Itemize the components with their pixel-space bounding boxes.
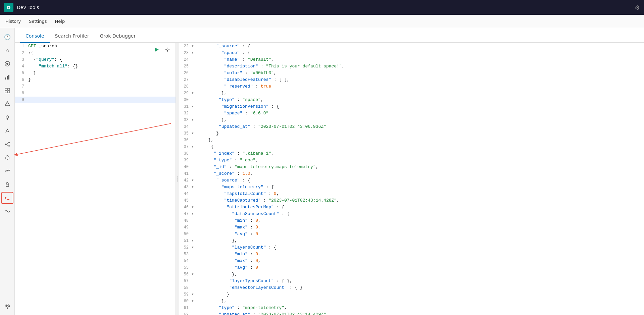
left-pane: 1 GET _search 2 ▾{ 3 ▾"query": { xyxy=(15,43,176,315)
content-area: Console Search Profiler Grok Debugger xyxy=(15,28,644,315)
result-line-44: 44 "mapsTotalCount" : 0, xyxy=(179,191,644,197)
result-line-59: 59 ▾ } xyxy=(179,291,644,298)
sidebar-icon-dashboard[interactable] xyxy=(1,85,13,97)
result-line-39: 39 "_type" : "_doc", xyxy=(179,157,644,164)
editor-line-8: 8 xyxy=(15,90,176,97)
editor-line-3: 3 ▾"query": { xyxy=(15,56,176,63)
result-line-49: 49 "max" : 0, xyxy=(179,224,644,231)
result-line-51: 51 ▾ }, xyxy=(179,238,644,244)
result-line-47: 47 ▾ "dataSourcesCount" : { xyxy=(179,211,644,217)
sidebar-icon-monitoring[interactable] xyxy=(1,205,13,217)
svg-marker-9 xyxy=(5,102,10,106)
svg-point-15 xyxy=(8,145,10,147)
nav-settings[interactable]: Settings xyxy=(29,17,47,25)
nav-history[interactable]: History xyxy=(5,17,21,25)
result-line-60: 60 ▾ }, xyxy=(179,298,644,305)
svg-point-24 xyxy=(167,49,168,51)
result-line-58: 58 "emsVectorLayersCount" : { } xyxy=(179,284,644,291)
svg-line-17 xyxy=(6,144,8,146)
navbar: History Settings Help xyxy=(0,15,644,28)
svg-rect-3 xyxy=(7,76,8,80)
svg-point-22 xyxy=(5,304,9,309)
sidebar-icon-home[interactable]: ⌂ xyxy=(1,44,13,56)
svg-marker-23 xyxy=(155,48,159,52)
run-button[interactable] xyxy=(153,46,161,54)
sidebar-icon-apm[interactable] xyxy=(1,165,13,177)
sidebar-icon-recent[interactable]: 🕐 xyxy=(1,31,13,43)
left-pane-toolbar xyxy=(153,46,171,54)
sidebar-icon-security[interactable] xyxy=(1,178,13,191)
sidebar: 🕐 ⌂ xyxy=(0,28,15,315)
nav-help[interactable]: Help xyxy=(55,17,65,25)
sidebar-icon-graph[interactable] xyxy=(1,138,13,150)
settings-icon[interactable]: ⚙ xyxy=(635,4,640,11)
sidebar-icon-discover[interactable] xyxy=(1,58,13,70)
sidebar-icon-visualize[interactable] xyxy=(1,71,13,83)
pane-divider[interactable] xyxy=(176,43,179,315)
result-line-61: 61 "type" : "maps-telemetry", xyxy=(179,305,644,311)
app-title: Dev Tools xyxy=(17,5,39,10)
svg-point-1 xyxy=(6,63,8,65)
svg-rect-5 xyxy=(5,88,7,90)
editor-line-2: 2 ▾{ xyxy=(15,50,176,56)
result-line-37: 37 ▾ { xyxy=(179,144,644,150)
editor-layout: 1 GET _search 2 ▾{ 3 ▾"query": { xyxy=(15,43,644,315)
svg-point-13 xyxy=(5,144,6,145)
tab-console[interactable]: Console xyxy=(20,30,50,43)
kibana-logo: D xyxy=(4,3,13,12)
result-line-36: 36 }, xyxy=(179,137,644,144)
result-line-57: 57 "layerTypesCount" : { }, xyxy=(179,278,644,284)
result-line-42: 42 ▾ "_source" : { xyxy=(179,177,644,184)
result-line-33: 33 ▾ }, xyxy=(179,117,644,123)
editor-line-1: 1 GET _search xyxy=(15,43,176,50)
result-line-43: 43 ▾ "maps-telemetry" : { xyxy=(179,184,644,191)
result-line-48: 48 "min" : 0, xyxy=(179,217,644,224)
sidebar-icon-alerting[interactable] xyxy=(1,152,13,164)
result-line-52: 52 ▾ "layersCount" : { xyxy=(179,244,644,251)
result-line-29: 29 ▾ }, xyxy=(179,90,644,97)
result-line-35: 35 ▾ } xyxy=(179,130,644,137)
sidebar-icon-devtools[interactable] xyxy=(1,192,13,204)
result-line-34: 34 "updated_at" : "2023-07-01T02:43:06.9… xyxy=(179,123,644,130)
result-line-24: 24 "name" : "Default", xyxy=(179,56,644,63)
sidebar-icon-canvas[interactable] xyxy=(1,98,13,110)
tab-grok-debugger[interactable]: Grok Debugger xyxy=(94,30,141,43)
svg-rect-2 xyxy=(5,77,6,80)
svg-rect-19 xyxy=(6,184,9,187)
result-line-55: 55 "avg" : 0 xyxy=(179,264,644,271)
result-line-62: 62 "updated_at" : "2023-07-01T02:43:14.4… xyxy=(179,311,644,315)
code-editor[interactable]: 1 GET _search 2 ▾{ 3 ▾"query": { xyxy=(15,43,176,315)
result-pane[interactable]: 22 ▾ "_source" : { 23 ▾ "space" : { 24 "… xyxy=(179,43,644,315)
editor-line-7: 7 xyxy=(15,83,176,90)
result-line-27: 27 "disabledFeatures" : [ ], xyxy=(179,76,644,83)
svg-rect-4 xyxy=(8,75,9,80)
svg-point-10 xyxy=(6,116,9,118)
result-line-50: 50 "avg" : 0 xyxy=(179,231,644,238)
tabs: Console Search Profiler Grok Debugger xyxy=(15,28,644,43)
result-line-38: 38 "_index" : ".kibana_1", xyxy=(179,150,644,157)
sidebar-icon-ml[interactable] xyxy=(1,125,13,137)
svg-rect-8 xyxy=(8,91,10,93)
editor-line-9: 9 xyxy=(15,97,176,103)
sidebar-icon-maps[interactable] xyxy=(1,111,13,123)
result-line-54: 54 "max" : 0, xyxy=(179,258,644,264)
result-line-32: 32 "space" : "6.6.0" xyxy=(179,110,644,117)
topbar: D Dev Tools ⚙ xyxy=(0,0,644,15)
wrench-icon[interactable] xyxy=(163,46,171,54)
result-line-41: 41 "_score" : 1.0, xyxy=(179,170,644,177)
result-line-46: 46 ▾ "attributesPerMap" : { xyxy=(179,204,644,211)
editor-line-5: 5 } xyxy=(15,70,176,76)
sidebar-icon-management[interactable] xyxy=(1,300,13,312)
result-line-45: 45 "timeCaptured" : "2023-07-01T02:43:14… xyxy=(179,197,644,204)
result-line-30: 30 "type" : "space", xyxy=(179,97,644,103)
result-line-25: 25 "description" : "This is your default… xyxy=(179,63,644,70)
result-line-40: 40 "_id" : "maps-telemetry:maps-telemetr… xyxy=(179,164,644,170)
svg-point-14 xyxy=(8,142,10,143)
result-line-56: 56 ▾ }, xyxy=(179,271,644,278)
result-line-23: 23 ▾ "space" : { xyxy=(179,50,644,56)
tab-search-profiler[interactable]: Search Profiler xyxy=(50,30,95,43)
svg-point-21 xyxy=(6,305,8,307)
svg-rect-7 xyxy=(5,91,7,93)
result-line-31: 31 ▾ "migrationVersion" : { xyxy=(179,103,644,110)
svg-rect-6 xyxy=(8,88,10,90)
